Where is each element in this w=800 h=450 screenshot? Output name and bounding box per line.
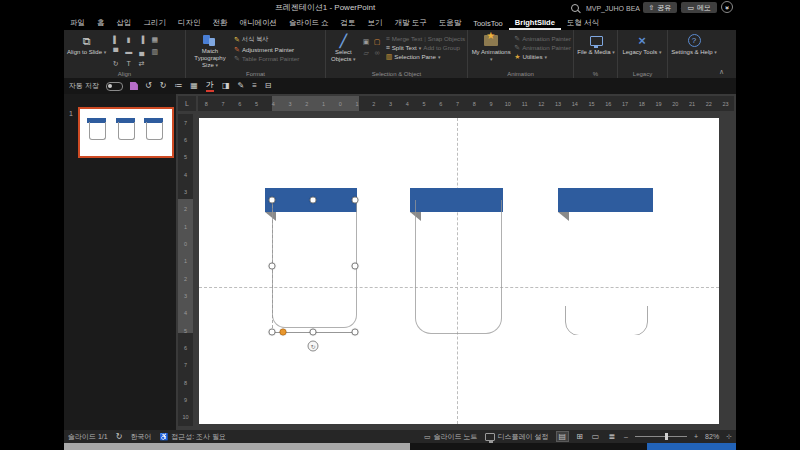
format-painter-button[interactable]: ✎서식 복사 <box>234 35 299 44</box>
handle-bottom-right[interactable] <box>352 329 359 336</box>
display-settings-button[interactable]: 디스플레이 설정 <box>485 432 549 442</box>
align-top-icon[interactable]: ▀ <box>113 47 118 57</box>
adjustment-handle[interactable] <box>280 329 287 336</box>
ribbon-group-animation: ★ My Animations ▾ ✎Animation Painter ✎An… <box>468 30 574 78</box>
redo-icon[interactable]: ↻ <box>160 81 167 91</box>
autosave-toggle[interactable] <box>106 82 123 91</box>
fill-color-icon[interactable]: ◨ <box>222 81 230 91</box>
tab-그리기[interactable]: 그리기 <box>138 16 173 30</box>
align-text-icon[interactable]: ≡ <box>252 81 257 91</box>
numbering-icon[interactable]: ≔ <box>174 81 182 91</box>
h-ruler-number: 5 <box>416 101 433 107</box>
align-left-icon[interactable]: ▌ <box>113 35 118 45</box>
animation-painter-button[interactable]: ✎Animation Painter <box>514 35 571 42</box>
h-ruler-number: 23 <box>717 101 734 107</box>
handle-bottom-left[interactable] <box>269 329 276 336</box>
selection-pane-button[interactable]: Selection Pane <box>394 53 436 60</box>
handle-top-center[interactable] <box>310 197 317 204</box>
collapse-ribbon-icon[interactable]: ∧ <box>719 68 724 76</box>
zoom-level[interactable]: 82% <box>705 433 719 440</box>
animation-painter2-button[interactable]: ✎Animation Painter <box>514 44 571 51</box>
tab-ToolsToo[interactable]: ToolsToo <box>467 16 509 30</box>
horizontal-ruler[interactable]: 8765432101234567891011121314151617181920… <box>198 96 734 111</box>
comments-button[interactable]: ▭메모 <box>681 2 717 13</box>
vertical-ruler[interactable]: 7654321012345678910 <box>178 114 193 426</box>
tab-파일[interactable]: 파일 <box>64 16 91 30</box>
split-text-button[interactable]: Split Text <box>392 44 417 51</box>
accessibility-status[interactable]: ♿접근성: 조사 필요 <box>159 432 226 442</box>
handle-bottom-center[interactable] <box>310 329 317 336</box>
handle-mid-left[interactable] <box>269 263 276 270</box>
shape3-body[interactable] <box>565 306 648 335</box>
ribbon-options-button[interactable]: ▾ <box>721 1 733 13</box>
zoom-in-button[interactable]: + <box>694 433 698 440</box>
my-animations-button[interactable]: ★ My Animations ▾ <box>471 33 511 69</box>
slide[interactable]: ↻ <box>199 118 719 424</box>
tab-보기[interactable]: 보기 <box>362 16 389 30</box>
undo-icon[interactable]: ↺ <box>145 81 152 91</box>
regroup-icon[interactable]: ▱ <box>363 48 368 58</box>
align-bottom-icon[interactable]: ▄ <box>139 47 144 57</box>
table-format-painter-button[interactable]: ✎Table Format Painter <box>234 55 299 62</box>
tab-홈[interactable]: 홈 <box>91 16 111 30</box>
user-name[interactable]: MVP_JUHO BEA <box>586 5 640 12</box>
match-typography-size-button[interactable]: Match Typography Size ▾ <box>189 33 231 69</box>
notes-button[interactable]: ▭슬라이드 노트 <box>424 432 478 442</box>
tab-슬라이드 쇼[interactable]: 슬라이드 쇼 <box>283 16 335 30</box>
search-icon[interactable] <box>571 4 579 12</box>
font-color-icon[interactable]: 가 <box>206 80 214 92</box>
tab-BrightSlide[interactable]: BrightSlide <box>509 16 561 30</box>
handle-top-left[interactable] <box>269 197 276 204</box>
fit-to-window-icon[interactable]: ⊹ <box>726 433 732 441</box>
add-to-group-button[interactable]: Add to Group <box>423 44 460 51</box>
tab-도움말[interactable]: 도움말 <box>433 16 468 30</box>
zoom-slider-thumb[interactable] <box>665 433 668 440</box>
tab-삽입[interactable]: 삽입 <box>111 16 138 30</box>
save-icon[interactable] <box>130 82 138 90</box>
ungroup-icon[interactable]: ▢ <box>374 37 381 47</box>
slide-sorter-icon[interactable]: ⊞ <box>574 432 585 441</box>
shape2-body[interactable] <box>415 200 502 334</box>
rotate-icon[interactable]: ↻ <box>113 59 119 69</box>
align-to-slide-button[interactable]: ⧉ Align to Slide ▾ <box>67 33 106 69</box>
sync-icon[interactable]: ↻ <box>116 432 123 442</box>
shape3-header-bar[interactable] <box>558 188 653 212</box>
select-objects-button[interactable]: ╱ Select Objects ▾ <box>329 33 358 69</box>
reading-view-icon[interactable]: ▭ <box>590 432 602 441</box>
slideshow-icon[interactable]: ≣ <box>606 432 617 441</box>
tab-개발 도구[interactable]: 개발 도구 <box>389 16 433 30</box>
legacy-tools-button[interactable]: × Legacy Tools ▾ <box>621 33 663 69</box>
tab-전환[interactable]: 전환 <box>207 16 234 30</box>
layout-icon[interactable]: ⊟ <box>265 81 272 91</box>
adjustment-painter-button[interactable]: ✎Adjustment Painter <box>234 46 299 53</box>
handle-mid-right[interactable] <box>352 263 359 270</box>
share-button[interactable]: ⇧공유 <box>643 2 678 13</box>
distribute-v-icon[interactable]: ▥ <box>151 47 158 57</box>
utilities-button[interactable]: ★Utilities ▾ <box>514 53 571 60</box>
merge-text-button[interactable]: Merge Text <box>392 35 423 42</box>
settings-help-button[interactable]: ? Settings & Help ▾ <box>671 33 717 69</box>
handle-top-right[interactable] <box>352 197 359 204</box>
tab-애니메이션[interactable]: 애니메이션 <box>234 16 284 30</box>
macro-window-icon[interactable]: ▦ <box>190 81 198 91</box>
tab-디자인[interactable]: 디자인 <box>172 16 207 30</box>
language-indicator[interactable]: 한국어 <box>130 432 151 442</box>
tab-검토[interactable]: 검토 <box>335 16 362 30</box>
align-right-icon[interactable]: ▐ <box>139 35 144 45</box>
align-middle-icon[interactable]: ▬ <box>125 47 132 57</box>
group-icon[interactable]: ▣ <box>363 37 370 47</box>
rotation-handle[interactable]: ↻ <box>308 341 319 352</box>
zoom-slider[interactable] <box>635 436 687 437</box>
zoom-out-button[interactable]: – <box>624 433 628 440</box>
snap-objects-button[interactable]: Snap Objects <box>428 35 465 42</box>
slide-thumbnail[interactable] <box>78 107 174 158</box>
merge-shapes-icon[interactable]: ∞ <box>375 48 380 58</box>
brush-icon[interactable]: ✎ <box>237 81 244 91</box>
tab-도형 서식[interactable]: 도형 서식 <box>561 16 605 30</box>
align-center-icon[interactable]: ▮ <box>127 35 131 45</box>
distribute-h-icon[interactable]: ▦ <box>151 35 158 45</box>
file-media-button[interactable]: File & Media ▾ <box>577 33 615 69</box>
text-align-icon[interactable]: T <box>127 59 131 69</box>
normal-view-icon[interactable]: ▤ <box>556 431 570 442</box>
swap-icon[interactable]: ⇄ <box>139 59 145 69</box>
